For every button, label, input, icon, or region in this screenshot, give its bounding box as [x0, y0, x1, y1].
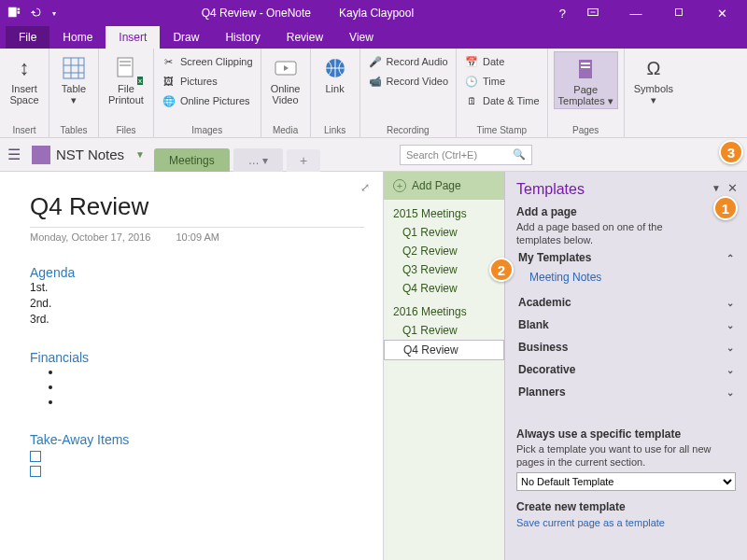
agenda-line-1[interactable]: 1st. [30, 280, 364, 296]
agenda-line-3[interactable]: 3rd. [30, 312, 364, 328]
file-printout-button[interactable]: x File Printout [105, 51, 148, 107]
pagelist-group-2016[interactable]: 2016 Meetings [384, 298, 504, 321]
templates-add-page-heading: Add a page [516, 205, 736, 218]
online-video-button[interactable]: Online Video [267, 51, 304, 107]
online-pictures-button[interactable]: 🌐Online Pictures [160, 92, 255, 109]
insert-space-button[interactable]: ↕ Insert Space [6, 51, 43, 107]
screen-clipping-button[interactable]: ✂Screen Clipping [160, 53, 255, 70]
financials-list[interactable] [62, 365, 364, 410]
template-meeting-notes[interactable]: Meeting Notes [516, 269, 736, 291]
record-audio-icon: 🎤 [368, 54, 383, 69]
full-page-icon[interactable]: ⤢ [360, 181, 370, 194]
pagelist-item[interactable]: Q3 Review [384, 260, 504, 279]
section-tab-more[interactable]: … ▾ [233, 148, 283, 173]
pagelist-item-selected[interactable]: Q4 Review [384, 340, 504, 360]
templates-title: Templates [516, 181, 736, 198]
page-date: Monday, October 17, 2016 [30, 231, 150, 243]
show-nav-icon[interactable]: ☰ [0, 146, 22, 163]
record-video-icon: 📹 [368, 74, 383, 89]
templates-cat-planners[interactable]: Planners⌄ [516, 381, 736, 403]
templates-options-icon[interactable]: ▼ [712, 183, 721, 193]
chevron-down-icon: ⌄ [726, 298, 734, 308]
group-timestamp-label: Time Stamp [462, 125, 542, 137]
todo-checkbox-2[interactable] [30, 466, 41, 477]
search-icon: 🔍 [513, 148, 526, 161]
add-page-label: Add Page [412, 179, 461, 192]
user-name[interactable]: Kayla Claypool [339, 7, 414, 20]
date-time-icon: 🗓 [464, 93, 479, 108]
search-placeholder: Search (Ctrl+E) [406, 149, 477, 161]
table-button[interactable]: Table ▾ [55, 51, 92, 107]
window-title: Q4 Review - OneNote [202, 7, 311, 20]
pagelist-item[interactable]: Q2 Review [384, 242, 504, 260]
online-video-icon [271, 53, 301, 83]
tab-home[interactable]: Home [49, 26, 106, 49]
tab-insert[interactable]: Insert [106, 26, 160, 49]
pagelist-item[interactable]: Q1 Review [384, 321, 504, 340]
agenda-line-2[interactable]: 2nd. [30, 296, 364, 312]
svg-rect-13 [581, 66, 590, 68]
default-template-select[interactable]: No Default Template [516, 472, 736, 491]
close-button[interactable]: ✕ [706, 7, 738, 21]
page-canvas[interactable]: ⤢ Q4 Review Monday, October 17, 2016 10:… [0, 172, 383, 560]
add-section-tab[interactable]: + [287, 149, 320, 172]
heading-agenda[interactable]: Agenda [30, 265, 364, 280]
tab-draw[interactable]: Draw [160, 26, 212, 49]
tab-review[interactable]: Review [274, 26, 336, 49]
date-time-button[interactable]: 🗓Date & Time [462, 92, 542, 109]
pictures-button[interactable]: 🖼Pictures [160, 73, 255, 90]
page-title[interactable]: Q4 Review [30, 192, 364, 228]
symbols-icon: Ω [639, 53, 669, 83]
templates-always-heading: Always use a specific template [516, 427, 736, 441]
pagelist-group-2015[interactable]: 2015 Meetings [384, 200, 504, 223]
notebook-dropdown-icon[interactable]: ▼ [130, 149, 150, 160]
chevron-down-icon: ⌄ [726, 387, 734, 398]
templates-cat-mytemplates[interactable]: My Templates⌃ [516, 246, 736, 269]
pagelist-item[interactable]: Q1 Review [384, 223, 504, 242]
ribbon-display-icon[interactable] [577, 6, 609, 21]
templates-cat-business[interactable]: Business⌄ [516, 336, 736, 358]
heading-financials[interactable]: Financials [30, 350, 364, 365]
group-links-label: Links [317, 125, 354, 137]
ribbon: ↕ Insert Space Insert Table ▾ Tables x F… [0, 49, 747, 138]
title-bar: ▾ Q4 Review - OneNote Kayla Claypool ? —… [0, 0, 747, 26]
search-input[interactable]: Search (Ctrl+E) 🔍 [400, 145, 532, 165]
templates-cat-blank[interactable]: Blank⌄ [516, 314, 736, 336]
help-button[interactable]: ? [559, 7, 566, 21]
date-icon: 📅 [464, 54, 479, 69]
heading-takeaway[interactable]: Take-Away Items [30, 432, 364, 447]
svg-rect-12 [581, 63, 590, 64]
record-video-button[interactable]: 📹Record Video [366, 73, 450, 90]
group-files-label: Files [105, 125, 148, 137]
undo-icon[interactable] [30, 6, 43, 21]
pagelist-item[interactable]: Q4 Review [384, 279, 504, 298]
notebook-name[interactable]: NST Notes [56, 147, 130, 162]
section-tab-meetings[interactable]: Meetings [154, 148, 230, 173]
time-button[interactable]: 🕒Time [462, 73, 542, 90]
page-templates-button[interactable]: Page Templates ▾ [554, 51, 618, 109]
date-button[interactable]: 📅Date [462, 53, 542, 70]
group-images-label: Images [160, 125, 255, 137]
save-as-template-link[interactable]: Save current page as a template [516, 517, 736, 528]
screen-clipping-icon: ✂ [162, 54, 176, 69]
svg-rect-5 [63, 58, 84, 78]
templates-close-icon[interactable]: ✕ [727, 181, 738, 195]
add-page-button[interactable]: + Add Page [384, 172, 504, 200]
templates-cat-decorative[interactable]: Decorative⌄ [516, 358, 736, 381]
table-icon [59, 53, 89, 83]
group-insert-label: Insert [6, 125, 43, 137]
callout-1: 1 [713, 196, 738, 220]
chevron-down-icon: ⌄ [726, 365, 734, 375]
maximize-button[interactable] [663, 6, 695, 21]
link-button[interactable]: Link [317, 51, 354, 107]
tab-history[interactable]: History [212, 26, 273, 49]
tab-view[interactable]: View [336, 26, 387, 49]
symbols-button[interactable]: Ω Symbols ▾ [630, 51, 677, 107]
minimize-button[interactable]: — [620, 7, 652, 21]
notebook-icon [32, 146, 50, 164]
file-tab[interactable]: File [6, 26, 49, 49]
file-printout-icon: x [111, 53, 141, 83]
templates-cat-academic[interactable]: Academic⌄ [516, 291, 736, 314]
todo-checkbox-1[interactable] [30, 451, 41, 462]
record-audio-button[interactable]: 🎤Record Audio [366, 53, 450, 70]
